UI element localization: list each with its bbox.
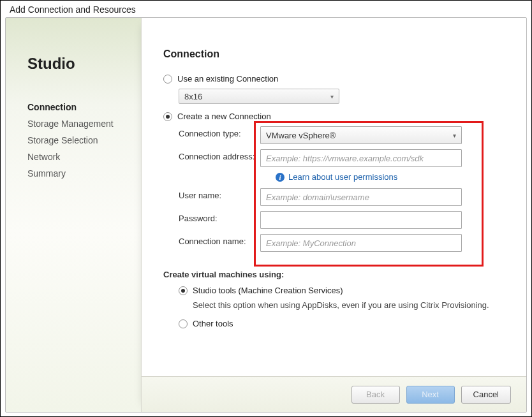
sidebar-item-connection[interactable]: Connection [27,102,141,112]
radio-icon [163,75,172,84]
wizard-footer: Back Next Cancel [142,376,526,412]
wizard-body: Studio Connection Storage Management Sto… [5,17,527,413]
radio-other-tools[interactable]: Other tools [179,319,508,328]
radio-create-new-label: Create a new Connection [177,112,271,121]
sidebar-item-storage-selection[interactable]: Storage Selection [27,135,141,145]
app-brand: Studio [27,55,141,73]
existing-connection-dropdown[interactable]: 8x16 ▾ [179,89,339,104]
username-label: User name: [179,188,260,200]
radio-use-existing-label: Use an existing Connection [177,74,278,84]
radio-studio-tools[interactable]: Studio tools (Machine Creation Services) [179,286,508,295]
cancel-button[interactable]: Cancel [461,386,511,404]
sidebar-item-summary[interactable]: Summary [27,168,141,179]
connection-address-label: Connection address: [179,149,260,161]
create-vm-label: Create virtual machines using: [163,270,508,279]
password-input[interactable] [260,211,462,229]
permissions-link[interactable]: Learn about user permissions [288,172,397,182]
next-button[interactable]: Next [406,386,455,404]
new-connection-form: Connection type: VMware vSphere® ▾ Conne… [163,126,508,252]
existing-connection-value: 8x16 [184,92,202,101]
window-titlebar: Add Connection and Resources [1,1,531,17]
chevron-down-icon: ▾ [330,93,334,100]
chevron-down-icon: ▾ [453,132,456,139]
permissions-hint: i Learn about user permissions [276,172,508,182]
studio-tools-desc: Select this option when using AppDisks, … [193,300,508,310]
wizard-panel: Connection Use an existing Connection 8x… [141,18,526,412]
other-tools-label: Other tools [193,319,233,328]
back-button[interactable]: Back [351,386,400,404]
password-label: Password: [179,211,260,223]
sidebar-item-storage-management[interactable]: Storage Management [27,119,141,129]
connection-name-label: Connection name: [179,234,260,246]
studio-tools-label: Studio tools (Machine Creation Services) [193,286,343,295]
info-icon: i [276,173,284,182]
radio-use-existing[interactable]: Use an existing Connection [163,74,508,84]
connection-name-input[interactable] [260,234,462,252]
radio-create-new[interactable]: Create a new Connection [163,112,508,121]
radio-icon [179,319,188,328]
connection-address-input[interactable] [260,149,462,167]
connection-type-dropdown[interactable]: VMware vSphere® ▾ [260,126,462,144]
window-title: Add Connection and Resources [10,4,136,15]
radio-icon [179,286,188,295]
connection-type-value: VMware vSphere® [266,131,336,140]
connection-type-label: Connection type: [179,126,260,138]
wizard-sidebar: Studio Connection Storage Management Sto… [6,18,141,412]
sidebar-item-network[interactable]: Network [27,152,141,162]
radio-icon [163,112,172,121]
panel-heading: Connection [163,48,508,60]
username-input[interactable] [260,188,462,206]
